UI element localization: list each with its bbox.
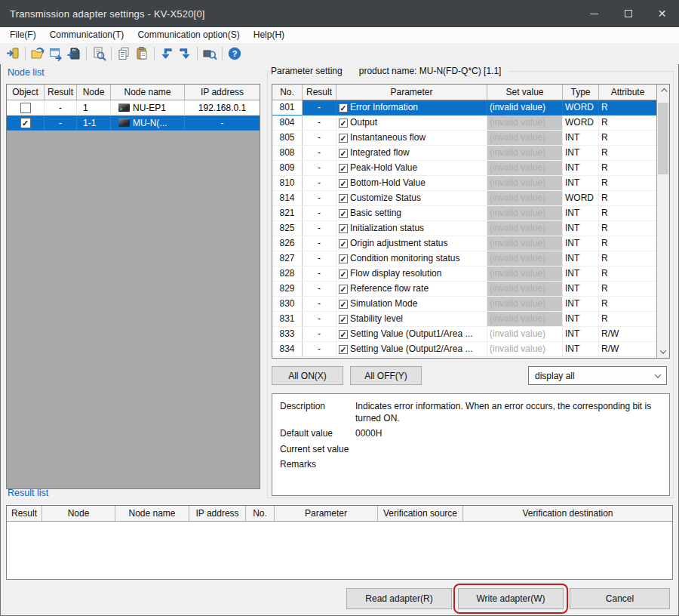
- parameter-row[interactable]: 821 - ✓Basic setting (invalid value) INT…: [272, 206, 656, 221]
- preview-document-icon[interactable]: [90, 45, 108, 63]
- column-header-object[interactable]: Object: [7, 85, 45, 100]
- column-header-result[interactable]: Result: [303, 85, 336, 100]
- parameter-checkbox[interactable]: ✓: [339, 224, 348, 233]
- export-window-icon[interactable]: [47, 45, 65, 63]
- column-header-no[interactable]: No.: [272, 85, 303, 100]
- column-header-parameter[interactable]: Parameter: [275, 506, 378, 521]
- column-header-parameter[interactable]: Parameter: [336, 85, 487, 100]
- parameter-set-value-cell[interactable]: (invalid value): [487, 342, 563, 357]
- menu-communication[interactable]: Communication(T): [43, 27, 131, 43]
- parameter-set-value-cell[interactable]: (invalid value): [487, 131, 563, 146]
- import-project-icon[interactable]: [4, 45, 22, 63]
- parameter-row[interactable]: 828 - ✓Flow display resolution (invalid …: [272, 266, 656, 282]
- menu-help[interactable]: Help(H): [247, 27, 291, 43]
- paste-icon[interactable]: [133, 45, 151, 63]
- parameter-set-value-cell[interactable]: (invalid value): [487, 327, 563, 342]
- open-folder-icon[interactable]: [29, 45, 47, 63]
- column-header-ip-address[interactable]: IP address: [189, 506, 246, 521]
- parameter-set-value-cell[interactable]: (invalid value): [487, 312, 563, 327]
- parameter-set-value-cell[interactable]: (invalid value): [487, 146, 563, 161]
- parameter-set-value-cell[interactable]: (invalid value): [487, 206, 563, 221]
- parameter-checkbox[interactable]: ✓: [339, 164, 348, 173]
- minimize-button[interactable]: [577, 0, 611, 27]
- parameter-row[interactable]: 826 - ✓Origin adjustment status (invalid…: [272, 236, 656, 251]
- parameter-row[interactable]: 814 - ✓Customize Status (invalid value) …: [272, 191, 656, 206]
- all-off-button[interactable]: All OFF(Y): [350, 366, 422, 385]
- parameter-row[interactable]: 809 - ✓Peak-Hold Value (invalid value) I…: [272, 161, 656, 176]
- parameter-row[interactable]: 810 - ✓Bottom-Hold Value (invalid value)…: [272, 176, 656, 191]
- parameter-set-value-cell[interactable]: (invalid value): [487, 221, 563, 236]
- parameter-set-value-cell[interactable]: (invalid value): [487, 266, 563, 282]
- column-header-verification-destination[interactable]: Verification destination: [463, 506, 672, 521]
- sd-card-export-icon[interactable]: [65, 45, 83, 63]
- parameter-checkbox[interactable]: ✓: [339, 209, 348, 218]
- column-header-node[interactable]: Node: [77, 85, 111, 100]
- parameter-row[interactable]: 808 - ✓Integrated flow (invalid value) I…: [272, 146, 656, 161]
- parameter-set-value-cell[interactable]: (invalid value): [487, 100, 563, 116]
- parameter-row[interactable]: 831 - ✓Stability level (invalid value) I…: [272, 312, 656, 327]
- parameter-set-value-cell[interactable]: (invalid value): [487, 251, 563, 266]
- vertical-scrollbar[interactable]: [656, 85, 669, 358]
- write-unit-icon[interactable]: [176, 45, 194, 63]
- column-header-verification-source[interactable]: Verification source: [378, 506, 463, 521]
- verify-unit-icon[interactable]: [201, 45, 219, 63]
- display-filter-dropdown[interactable]: display all: [528, 366, 667, 385]
- scrollbar-thumb[interactable]: [658, 103, 668, 174]
- parameter-set-value-cell[interactable]: (invalid value): [487, 116, 563, 131]
- parameter-checkbox[interactable]: ✓: [339, 149, 348, 158]
- cancel-button[interactable]: Cancel: [570, 588, 670, 609]
- parameter-checkbox[interactable]: ✓: [339, 330, 348, 339]
- parameter-row[interactable]: 827 - ✓Condition monitoring status (inva…: [272, 251, 656, 266]
- column-header-attribute[interactable]: Attribute: [599, 85, 656, 100]
- menu-communication-option[interactable]: Communication option(S): [131, 27, 246, 43]
- parameter-row[interactable]: 834 - ✓Setting Value (Output2/Area ... (…: [272, 342, 656, 357]
- column-header-ip-address[interactable]: IP address: [185, 85, 260, 100]
- parameter-checkbox[interactable]: ✓: [339, 285, 348, 294]
- parameter-set-value-cell[interactable]: (invalid value): [487, 191, 563, 206]
- parameter-row[interactable]: 805 - ✓Instantaneous flow (invalid value…: [272, 131, 656, 146]
- parameter-checkbox[interactable]: ✓: [339, 103, 348, 112]
- node-object-checkbox[interactable]: [20, 103, 31, 113]
- column-header-result[interactable]: Result: [7, 506, 42, 521]
- write-adapter-button[interactable]: Write adapter(W): [458, 588, 564, 609]
- parameter-set-value-cell[interactable]: (invalid value): [487, 161, 563, 176]
- parameter-checkbox[interactable]: ✓: [339, 254, 348, 263]
- close-button[interactable]: ✕: [645, 0, 679, 27]
- node-object-checkbox[interactable]: ✓: [20, 118, 31, 128]
- column-header-no[interactable]: No.: [246, 506, 275, 521]
- parameter-checkbox[interactable]: ✓: [339, 179, 348, 188]
- help-icon[interactable]: ?: [226, 45, 244, 63]
- parameter-checkbox[interactable]: ✓: [339, 315, 348, 324]
- parameter-checkbox[interactable]: ✓: [339, 300, 348, 309]
- parameter-set-value-cell[interactable]: (invalid value): [487, 176, 563, 191]
- parameter-row[interactable]: 804 - ✓Output (invalid value) WORD R: [272, 116, 656, 131]
- parameter-checkbox[interactable]: ✓: [339, 345, 348, 354]
- read-unit-icon[interactable]: [158, 45, 176, 63]
- parameter-row[interactable]: 829 - ✓Reference flow rate (invalid valu…: [272, 282, 656, 297]
- parameter-row[interactable]: 830 - ✓Simulation Mode (invalid value) I…: [272, 297, 656, 312]
- read-adapter-button[interactable]: Read adapter(R): [346, 588, 452, 609]
- column-header-node[interactable]: Node: [42, 506, 115, 521]
- node-list-row[interactable]: ✓ - 1-1 MU-N(... -: [7, 116, 260, 131]
- parameter-row[interactable]: 825 - ✓Initialization status (invalid va…: [272, 221, 656, 236]
- copy-icon[interactable]: [115, 45, 133, 63]
- column-header-set-value[interactable]: Set value: [487, 85, 563, 100]
- menu-file[interactable]: File(F): [3, 27, 43, 43]
- scroll-up-button[interactable]: [657, 85, 669, 97]
- scroll-down-button[interactable]: [657, 345, 669, 358]
- parameter-checkbox[interactable]: ✓: [339, 194, 348, 203]
- parameter-checkbox[interactable]: ✓: [339, 239, 348, 248]
- parameter-set-value-cell[interactable]: (invalid value): [487, 236, 563, 251]
- parameter-set-value-cell[interactable]: (invalid value): [487, 297, 563, 312]
- node-list-row[interactable]: - 1 NU-EP1 192.168.0.1: [7, 100, 260, 116]
- column-header-type[interactable]: Type: [563, 85, 599, 100]
- parameter-checkbox[interactable]: ✓: [339, 270, 348, 279]
- all-on-button[interactable]: All ON(X): [272, 366, 343, 385]
- column-header-result[interactable]: Result: [45, 85, 77, 100]
- parameter-row[interactable]: 833 - ✓Setting Value (Output1/Area ... (…: [272, 327, 656, 342]
- parameter-row[interactable]: 801 - ✓Error Information (invalid value)…: [272, 100, 656, 116]
- parameter-checkbox[interactable]: ✓: [339, 134, 348, 143]
- parameter-checkbox[interactable]: ✓: [339, 119, 348, 128]
- column-header-node-name[interactable]: Node name: [115, 506, 189, 521]
- column-header-node-name[interactable]: Node name: [111, 85, 185, 100]
